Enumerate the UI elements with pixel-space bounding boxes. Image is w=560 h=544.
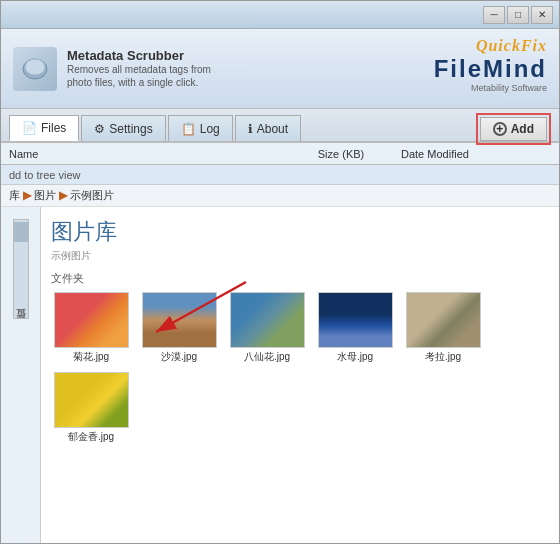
app-name-label: Metadata Scrubber	[67, 48, 211, 63]
about-tab-icon: ℹ	[248, 122, 253, 136]
window-controls: ─ □ ✕	[483, 6, 553, 24]
close-button[interactable]: ✕	[531, 6, 553, 24]
folder-section-label: 文件夹	[51, 271, 549, 286]
thumb-img-jellyfish	[318, 292, 393, 348]
thumb-item-desert[interactable]: 沙漠.jpg	[139, 292, 219, 364]
file-browser: 图片库 示例图片 文件夹 菊花.jpg 沙漠.jpg 八仙花.jpg	[41, 207, 559, 543]
tab-settings[interactable]: ⚙ Settings	[81, 115, 165, 141]
col-name-header: Name	[9, 148, 281, 160]
folder-subtitle: 示例图片	[51, 249, 549, 263]
info-bar-text: dd to tree view	[9, 169, 81, 181]
thumb-label-flowers: 菊花.jpg	[73, 350, 109, 364]
tab-about[interactable]: ℹ About	[235, 115, 301, 141]
sidebar-scrollbar[interactable]	[13, 219, 29, 319]
brand-filemind: FileMind	[434, 55, 547, 83]
column-headers: Name Size (KB) Date Modified	[1, 143, 559, 165]
minimize-button[interactable]: ─	[483, 6, 505, 24]
bc-part-1: 库	[9, 188, 20, 203]
thumb-label-jellyfish: 水母.jpg	[337, 350, 373, 364]
thumb-item-flowers[interactable]: 菊花.jpg	[51, 292, 131, 364]
log-tab-icon: 📋	[181, 122, 196, 136]
col-date-header: Date Modified	[401, 148, 551, 160]
add-button[interactable]: + Add	[480, 117, 547, 141]
brand-quickfix: QuickFix	[434, 37, 547, 55]
breadcrumb: 库 ▶ 图片 ▶ 示例图片	[1, 185, 559, 207]
restore-button[interactable]: □	[507, 6, 529, 24]
thumb-item-jellyfish[interactable]: 水母.jpg	[315, 292, 395, 364]
folder-title: 图片库	[51, 217, 549, 247]
thumbnails-grid: 菊花.jpg 沙漠.jpg 八仙花.jpg 水母.jpg 考拉.jpg	[51, 292, 549, 444]
title-bar: ─ □ ✕	[1, 1, 559, 29]
info-bar: dd to tree view	[1, 165, 559, 185]
files-tab-icon: 📄	[22, 121, 37, 135]
main-content: 位置 图片库 示例图片 文件夹 菊花.jpg 沙漠.jpg	[1, 207, 559, 543]
settings-tab-icon: ⚙	[94, 122, 105, 136]
app-tagline-label: Removes all metadata tags fromphoto file…	[67, 63, 211, 89]
bc-part-2: 图片	[34, 188, 56, 203]
folder-header: 图片库 示例图片	[51, 217, 549, 263]
add-button-icon: +	[493, 122, 507, 136]
main-window: ─ □ ✕ Metadata Scrubber Removes all meta…	[0, 0, 560, 544]
thumb-label-tulip: 郁金香.jpg	[68, 430, 114, 444]
thumb-img-koala	[406, 292, 481, 348]
add-button-border: + Add	[476, 113, 551, 145]
thumb-label-desert: 沙漠.jpg	[161, 350, 197, 364]
tab-log[interactable]: 📋 Log	[168, 115, 233, 141]
thumb-item-hydrangea[interactable]: 八仙花.jpg	[227, 292, 307, 364]
thumb-img-flowers	[54, 292, 129, 348]
app-icon	[13, 47, 57, 91]
bc-sep-1: ▶	[23, 189, 31, 202]
tabs-bar: 📄 Files ⚙ Settings 📋 Log ℹ About + Add	[1, 109, 559, 143]
add-button-label: Add	[511, 122, 534, 136]
thumb-img-hydrangea	[230, 292, 305, 348]
thumb-label-koala: 考拉.jpg	[425, 350, 461, 364]
files-tab-label: Files	[41, 121, 66, 135]
brand-sub: Metability Software	[434, 83, 547, 93]
col-size-header: Size (KB)	[281, 148, 401, 160]
bc-sep-2: ▶	[59, 189, 67, 202]
sidebar-scroll-thumb	[14, 222, 28, 242]
sidebar: 位置	[1, 207, 41, 543]
thumb-img-tulip	[54, 372, 129, 428]
about-tab-label: About	[257, 122, 288, 136]
svg-point-1	[25, 59, 45, 75]
thumb-item-koala[interactable]: 考拉.jpg	[403, 292, 483, 364]
thumb-label-hydrangea: 八仙花.jpg	[244, 350, 290, 364]
settings-tab-label: Settings	[109, 122, 152, 136]
tab-files[interactable]: 📄 Files	[9, 115, 79, 141]
app-header: Metadata Scrubber Removes all metadata t…	[1, 29, 559, 109]
brand-area: QuickFix FileMind Metability Software	[434, 37, 547, 93]
thumb-img-desert	[142, 292, 217, 348]
log-tab-label: Log	[200, 122, 220, 136]
app-description: Metadata Scrubber Removes all metadata t…	[67, 48, 211, 89]
bc-part-3: 示例图片	[70, 188, 114, 203]
thumb-item-tulip[interactable]: 郁金香.jpg	[51, 372, 131, 444]
